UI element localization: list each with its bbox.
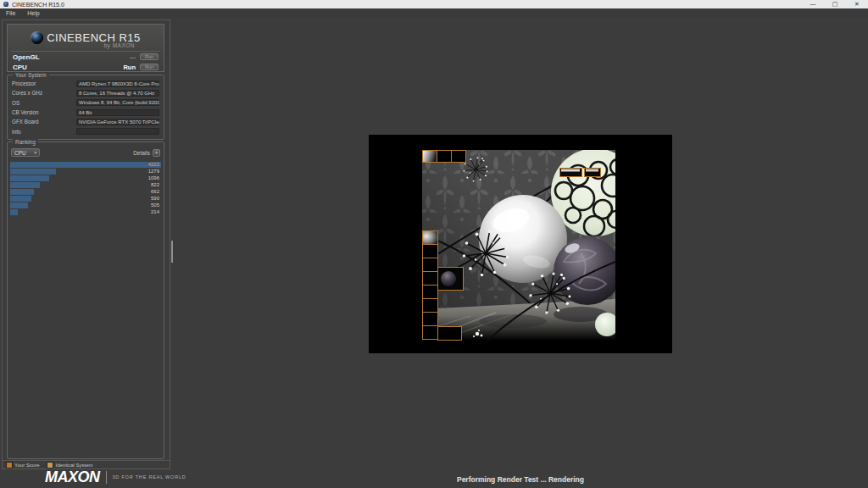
system-row-label: Cores x GHz [12,90,76,96]
maxon-tagline: 3D FOR THE REAL WORLD [113,474,186,480]
maxon-logo: MAXON [45,469,100,486]
ranking-filter-dropdown[interactable]: CPU ▾ [11,148,40,157]
system-row-value: 64 Bit [76,109,159,116]
window-title: CINEBENCH R15.0 [12,2,64,8]
rendered-scene-region [422,148,639,341]
score-bar [10,196,31,202]
details-label: Details [133,150,150,156]
cpu-value: Run [123,64,136,71]
ranking-list: 1. 24C/24T @ 3.42 GHz, 12th Gen Intel Co… [10,161,161,215]
score-bar [10,209,18,215]
ranking-row-score: 590 [151,195,159,202]
chevron-down-icon: ▾ [34,150,36,155]
ranking-row[interactable]: 2. 12C/24T @ 2.66 GHz, Intel Xeon CPU X5… [10,168,161,175]
opengl-value: --- [130,54,136,60]
ranking-row-score: 822 [151,181,159,188]
menu-bar: File Help [0,8,868,18]
score-legend: Your Score Identical System [3,460,170,468]
logo-box: CINEBENCH R15 by MAXON OpenGL --- Run CP… [7,24,164,72]
render-scene [369,135,672,353]
title-bar: CINEBENCH R15.0 — ▢ ✕ [0,0,868,8]
system-row-value: 8 Cores, 16 Threads @ 4.70 GHz [76,90,159,97]
your-system-group: Your System ProcessorAMD Ryzen 7 9800X3D… [7,75,164,140]
system-row-label: Processor [12,80,76,86]
ranking-row[interactable]: 4. 4C/8T @ 4.40 GHz, Intel Core i7-4770K… [10,181,161,188]
system-row: CB Version64 Bit [8,108,164,117]
system-row: Info [8,126,164,136]
system-row: ProcessorAMD Ryzen 7 9800X3D 8-Core Proc… [8,79,164,88]
score-bar [10,175,49,181]
ranking-row[interactable]: 6. 4C/8T @ 2.60 GHz, Intel Core i7-3720Q… [10,195,161,202]
your-score-label: Your Score [14,463,39,468]
cpu-test-row: CPU Run Run [8,62,164,72]
ranking-row-score: 1096 [148,175,159,181]
ranking-row[interactable]: 7. 4C/8T @ 2.79 GHz, Intel Core i7-3840Q… [10,202,161,208]
score-bar [10,189,34,195]
system-row-value: NVIDIA GeForce RTX 5070 Ti/PCIe/SSE2 [76,119,159,125]
system-row: OSWindows 8, 64 Bit, Core (build 9200) [8,98,164,108]
opengl-label: OpenGL [13,53,40,61]
your-system-title: Your System [13,72,49,78]
render-canvas [369,135,672,353]
ranking-row-score: 1279 [148,168,159,175]
score-bar [10,182,40,188]
ranking-row-score: 662 [151,188,159,195]
opengl-run-button[interactable]: Run [140,53,159,60]
ranking-row-score: 4222 [148,161,159,168]
score-bar [10,202,28,208]
ranking-filter-value: CPU [14,150,26,156]
app-icon [3,2,8,7]
system-row-label: CB Version [12,109,76,115]
opengl-test-row: OpenGL --- Run [8,52,164,62]
ranking-row-score: 214 [151,208,159,215]
system-row-value [76,128,159,135]
maxon-brand: MAXON 3D FOR THE REAL WORLD [45,468,186,486]
ranking-row[interactable]: 5. 4C/8T @ 3.40 GHz, Intel Core i7-3770 … [10,188,161,195]
ranking-row[interactable]: 3. 6C/12T @ 3.30 GHz, Intel Core i7-3930… [10,175,161,181]
score-bar [10,162,161,168]
system-row-label: GFX Board [12,119,76,125]
minimize-button[interactable]: — [802,0,824,8]
score-bar [10,169,56,175]
ranking-title: Ranking [13,139,38,145]
maximize-button[interactable]: ▢ [824,0,846,8]
details-expand-button[interactable]: + [153,149,160,157]
panel-splitter-handle[interactable] [171,241,173,263]
ranking-row-score: 505 [151,202,159,208]
system-row-label: OS [12,100,76,106]
cinebench-logo-subtitle: by MAXON [103,42,135,48]
close-button[interactable]: ✕ [846,0,868,8]
system-row-value: Windows 8, 64 Bit, Core (build 9200) [76,99,159,106]
cpu-label: CPU [13,64,27,71]
render-status-text: Performing Render Test ... Rendering [369,475,672,484]
system-row: GFX BoardNVIDIA GeForce RTX 5070 Ti/PCIe… [8,117,164,126]
ranking-row[interactable]: 1. 24C/24T @ 3.42 GHz, 12th Gen Intel Co… [10,161,161,168]
cinebench-sphere-icon [31,31,43,44]
system-row: Cores x GHz8 Cores, 16 Threads @ 4.70 GH… [8,88,164,97]
menu-help[interactable]: Help [21,8,45,18]
system-row-label: Info [12,129,76,135]
brand-separator [106,471,107,484]
ranking-row[interactable]: 8. 2C/4T @ 1.70 GHz, Intel Core i5-3317U… [10,208,161,215]
cpu-run-button[interactable]: Run [140,64,159,70]
system-row-value: AMD Ryzen 7 9800X3D 8-Core Processor [76,80,159,87]
menu-file[interactable]: File [0,8,21,18]
left-panel: CINEBENCH R15 by MAXON OpenGL --- Run CP… [2,19,170,469]
ranking-group: Ranking CPU ▾ Details + 1. 24C/24T @ 3.4… [7,141,164,459]
your-score-swatch [7,463,12,468]
